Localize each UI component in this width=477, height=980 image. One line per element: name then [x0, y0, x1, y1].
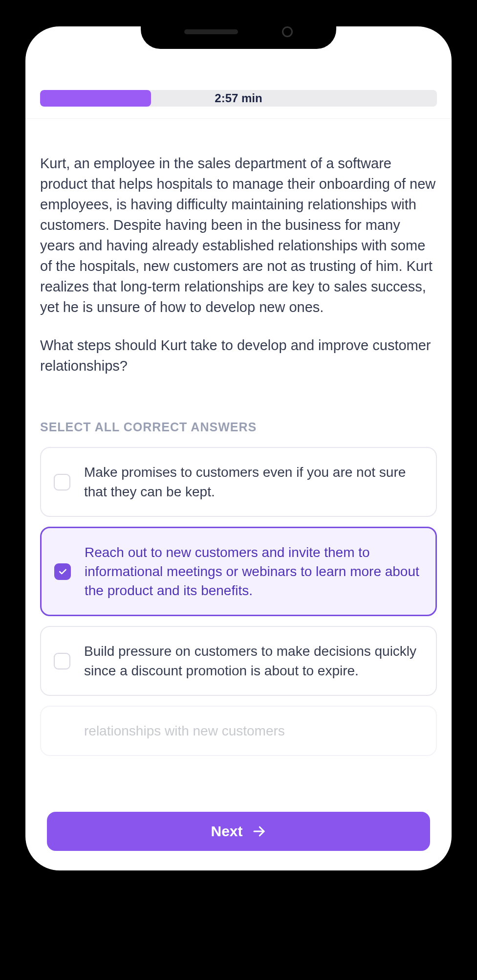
option-1[interactable]: Make promises to customers even if you a… [40, 447, 437, 516]
checkbox-icon [54, 653, 70, 669]
option-2[interactable]: Reach out to new customers and invite th… [40, 527, 437, 617]
next-button[interactable]: Next [47, 812, 430, 851]
instruction-label: SELECT ALL CORRECT ANSWERS [40, 420, 437, 434]
scenario-text: Kurt, an employee in the sales departmen… [40, 153, 437, 317]
option-text: Build pressure on customers to make deci… [84, 642, 423, 680]
next-button-container: Next [25, 812, 452, 851]
question-area: Kurt, an employee in the sales departmen… [25, 119, 452, 870]
option-4[interactable]: relationships with new customers [40, 706, 437, 756]
notch-speaker [184, 29, 238, 34]
phone-frame: 2:57 min Kurt, an employee in the sales … [0, 0, 477, 980]
progress-fill [40, 90, 151, 107]
option-text: relationships with new customers [84, 721, 285, 740]
options-list: Make promises to customers even if you a… [40, 447, 437, 756]
checkbox-icon [54, 563, 71, 580]
next-button-label: Next [211, 823, 242, 840]
arrow-right-icon [252, 824, 266, 839]
phone-notch [141, 15, 336, 49]
phone-body: 2:57 min Kurt, an employee in the sales … [14, 15, 463, 882]
option-text: Make promises to customers even if you a… [84, 463, 423, 501]
progress-bar: 2:57 min [40, 90, 437, 107]
screen: 2:57 min Kurt, an employee in the sales … [25, 26, 452, 870]
question-text: What steps should Kurt take to develop a… [40, 335, 437, 376]
option-text: Reach out to new customers and invite th… [85, 543, 423, 601]
notch-camera [282, 26, 293, 37]
option-3[interactable]: Build pressure on customers to make deci… [40, 626, 437, 695]
checkbox-icon [54, 474, 70, 490]
timer-label: 2:57 min [215, 91, 262, 105]
